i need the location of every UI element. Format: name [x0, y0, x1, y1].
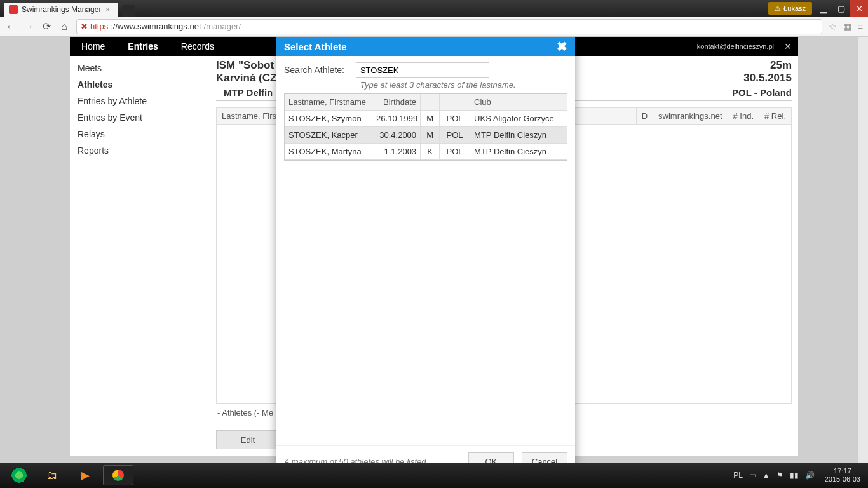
reload-button[interactable]: ⟳ — [41, 20, 52, 32]
cell-club: MTP Delfin Cieszyn — [470, 144, 567, 160]
page-viewport: Home Entries Records kontakt@delfinciesz… — [0, 37, 868, 473]
edit-button[interactable]: Edit — [216, 430, 280, 449]
cell-sex: M — [421, 127, 440, 144]
col-d: D — [637, 108, 653, 124]
system-tray[interactable]: PL ▭ ▲ ⚑ ▮▮ 🔊 17:17 2015-06-03 — [733, 467, 864, 484]
windows-taskbar: 🗂 ▶ PL ▭ ▲ ⚑ ▮▮ 🔊 17:17 2015-06-03 — [0, 463, 868, 488]
search-athlete-input[interactable] — [356, 62, 489, 78]
taskbar-media-icon[interactable]: ▶ — [70, 465, 100, 485]
cell-nat: POL — [440, 144, 470, 160]
favicon-icon — [9, 5, 18, 14]
bookmark-star-icon[interactable]: ☆ — [829, 22, 837, 32]
meet-club: MTP Delfin — [224, 87, 273, 98]
nav-records[interactable]: Records — [170, 41, 226, 51]
tab-close-icon[interactable]: × — [105, 5, 110, 14]
site-warning-icon: ✖ — [81, 22, 88, 31]
sidebar: Meets Athletes Entries by Athlete Entrie… — [70, 56, 216, 456]
grid-header-name: Lastname, Firstname — [285, 94, 372, 111]
nav-entries[interactable]: Entries — [116, 41, 169, 51]
tray-network-icon[interactable]: ▮▮ — [790, 471, 799, 480]
window-titlebar: Swimrankings Manager × Łukasz — [0, 0, 868, 17]
sidebar-item-athletes[interactable]: Athletes — [70, 76, 216, 93]
search-label: Search Athlete: — [284, 65, 344, 75]
home-button[interactable]: ⌂ — [58, 21, 70, 32]
athlete-row[interactable]: STOSZEK, Kacper30.4.2000MPOLMTP Delfin C… — [285, 127, 567, 144]
meet-title: ISM "Sobot — [216, 59, 276, 72]
address-bar[interactable]: ✖ https ://www.swimrankings.net/manager/ — [76, 19, 822, 34]
url-scheme: https — [90, 22, 108, 31]
cell-sex: M — [421, 111, 440, 127]
sidebar-item-reports[interactable]: Reports — [70, 142, 216, 159]
grid-header-nat — [440, 94, 470, 111]
forward-button[interactable]: → — [23, 21, 34, 32]
back-button[interactable]: ← — [5, 21, 17, 32]
account-email: kontakt@delfincieszyn.pl — [697, 43, 778, 50]
meet-pool: 25m — [743, 59, 792, 72]
window-minimize-button[interactable] — [815, 0, 832, 17]
sidebar-item-meets[interactable]: Meets — [70, 60, 216, 76]
meet-date: 30.5.2015 — [743, 72, 792, 85]
cell-club: MTP Delfin Cieszyn — [470, 127, 567, 144]
cell-club: UKS Aligator Gorzyce — [470, 111, 567, 127]
dialog-close-icon[interactable]: ✖ — [557, 39, 567, 54]
tray-flag-icon[interactable]: ⚑ — [776, 471, 783, 480]
url-host: ://www.swimrankings.net — [111, 22, 201, 31]
tab-title: Swimrankings Manager — [22, 5, 101, 14]
athlete-results-grid: Lastname, Firstname Birthdate Club STOSZ… — [284, 93, 567, 161]
cell-birth: 30.4.2000 — [372, 127, 421, 144]
col-rel: # Rel. — [759, 108, 791, 124]
select-athlete-dialog: Select Athlete ✖ Search Athlete: Type at… — [276, 37, 575, 470]
tray-battery-icon: ▭ — [749, 471, 756, 480]
grid-header-club: Club — [470, 94, 567, 111]
tray-volume-icon[interactable]: 🔊 — [805, 471, 815, 480]
grid-header-birth: Birthdate — [372, 94, 421, 111]
cell-sex: K — [421, 144, 440, 160]
sidebar-item-entries-by-event[interactable]: Entries by Event — [70, 109, 216, 126]
tray-lang[interactable]: PL — [733, 471, 743, 480]
col-ind: # Ind. — [728, 108, 760, 124]
cell-name: STOSZEK, Kacper — [285, 127, 372, 144]
cell-nat: POL — [440, 127, 470, 144]
tray-arrow-icon[interactable]: ▲ — [763, 471, 770, 480]
cell-birth: 26.10.1999 — [372, 111, 421, 127]
window-maximize-button[interactable] — [832, 0, 850, 17]
dialog-title: Select Athlete — [284, 41, 347, 52]
taskbar-explorer-icon[interactable]: 🗂 — [37, 465, 67, 485]
col-site: swimrankings.net — [653, 108, 728, 124]
cell-name: STOSZEK, Szymon — [285, 111, 372, 127]
meet-nation: POL - Poland — [732, 87, 792, 98]
extensions-icon[interactable]: ▦ — [843, 22, 851, 32]
tray-clock[interactable]: 17:17 2015-06-03 — [821, 467, 864, 484]
taskbar-chrome-icon[interactable] — [103, 465, 133, 485]
athlete-row[interactable]: STOSZEK, Szymon26.10.1999MPOLUKS Aligato… — [285, 111, 567, 127]
sidebar-item-entries-by-athlete[interactable]: Entries by Athlete — [70, 93, 216, 109]
meet-location: Karviná (CZ — [216, 72, 276, 85]
url-path: /manager/ — [204, 22, 241, 31]
cell-name: STOSZEK, Martyna — [285, 144, 372, 160]
start-button[interactable] — [4, 465, 34, 485]
browser-toolbar: ← → ⟳ ⌂ ✖ https ://www.swimrankings.net/… — [0, 17, 868, 37]
cell-nat: POL — [440, 111, 470, 127]
athlete-row[interactable]: STOSZEK, Martyna1.1.2003KPOLMTP Delfin C… — [285, 144, 567, 160]
window-close-button[interactable] — [850, 0, 868, 17]
search-hint: Type at least 3 characters of the lastna… — [284, 78, 567, 93]
grid-header-sex — [421, 94, 440, 111]
cell-birth: 1.1.2003 — [372, 144, 421, 160]
sidebar-item-relays[interactable]: Relays — [70, 126, 216, 142]
chrome-user-badge[interactable]: Łukasz — [768, 2, 812, 15]
browser-tab[interactable]: Swimrankings Manager × — [4, 3, 118, 17]
new-tab-button[interactable] — [122, 5, 135, 17]
nav-home[interactable]: Home — [70, 41, 116, 51]
logout-icon[interactable]: ✕ — [778, 41, 798, 51]
menu-icon[interactable]: ≡ — [858, 22, 863, 32]
